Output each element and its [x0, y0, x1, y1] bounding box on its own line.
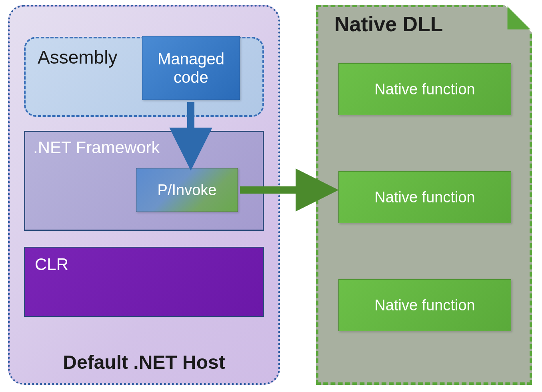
managed-code-label: Managed code: [158, 50, 224, 86]
native-function-label: Native function: [374, 81, 475, 98]
native-function-label: Native function: [374, 189, 475, 206]
native-function-box: Native function: [338, 63, 511, 115]
clr-label: CLR: [35, 255, 68, 274]
clr-box: CLR: [24, 247, 264, 317]
native-function-box: Native function: [338, 171, 511, 223]
native-dll-container: Native DLL Native function Native functi…: [316, 5, 532, 385]
native-function-label: Native function: [374, 297, 475, 314]
pinvoke-box: P/Invoke: [136, 168, 238, 212]
managed-code-box: Managed code: [142, 36, 240, 100]
native-function-box: Native function: [338, 279, 511, 331]
assembly-label: Assembly: [38, 46, 117, 68]
framework-label: .NET Framework: [33, 138, 160, 157]
pinvoke-label: P/Invoke: [158, 182, 217, 199]
native-dll-title: Native DLL: [318, 12, 530, 36]
host-title: Default .NET Host: [10, 351, 278, 373]
